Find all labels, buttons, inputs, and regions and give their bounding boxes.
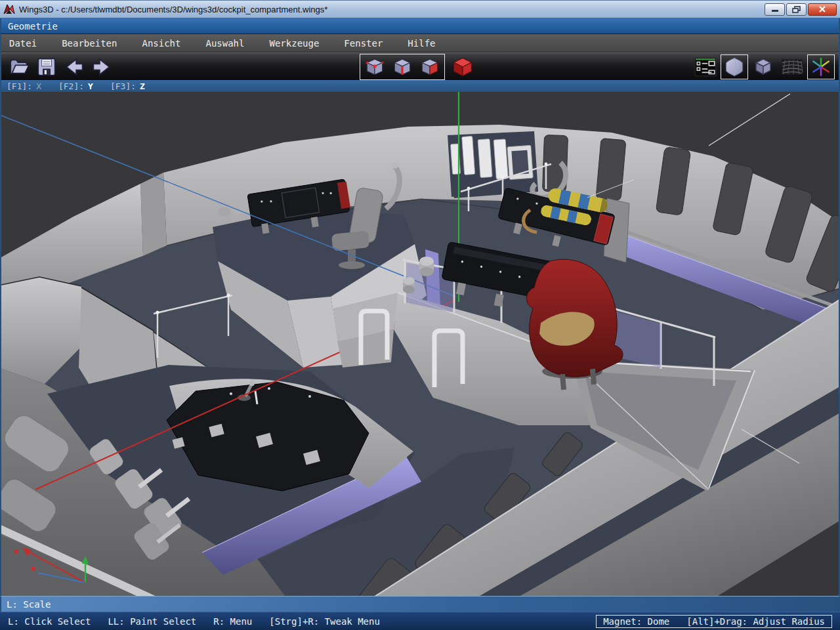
menu-fenster[interactable]: Fenster: [344, 38, 383, 49]
magnet-mode: Magnet: Dome: [603, 616, 669, 627]
hotkey-bar: [F1]:X [F2]:Y [F3]:Z: [0, 80, 840, 92]
save-icon: [35, 56, 58, 78]
redo-button[interactable]: [88, 54, 116, 79]
status-mode-text: L: Scale: [7, 599, 51, 610]
status-bar: L: Scale: [0, 596, 840, 612]
back-arrow-icon: [62, 56, 86, 78]
menu-bearbeiten[interactable]: Bearbeiten: [62, 38, 117, 49]
os-titlebar[interactable]: Wings3D - c:/Users/tlwmdbt/Documents/3D/…: [0, 0, 840, 18]
view-options-button[interactable]: [692, 54, 719, 79]
flat-shaded-icon: [753, 56, 774, 77]
edge-select-button[interactable]: [388, 54, 416, 79]
close-button[interactable]: [808, 3, 837, 16]
ground-plane-icon: [781, 56, 803, 78]
toolbar: [0, 52, 840, 80]
wings3d-window: Wings3D - c:/Users/tlwmdbt/Documents/3D/…: [0, 0, 840, 630]
window-title: Wings3D - c:/Users/tlwmdbt/Documents/3D/…: [19, 5, 765, 14]
hotkey-f3: [F3]:Z: [110, 81, 145, 91]
menu-werkzeuge[interactable]: Werkzeuge: [269, 38, 319, 49]
vertex-select-icon: [364, 56, 386, 78]
minimize-icon: [771, 6, 779, 12]
command-bar: L: Click Select LL: Paint Select R: Menu…: [0, 612, 840, 630]
magnet-info-box: Magnet: Dome [Alt]+Drag: Adjust Radius: [596, 615, 832, 628]
show-axes-button[interactable]: [807, 54, 835, 79]
restore-button[interactable]: [786, 3, 807, 16]
save-button[interactable]: [33, 54, 60, 79]
ground-plane-button[interactable]: [778, 54, 806, 79]
restore-icon: [792, 6, 801, 13]
edge-select-icon: [391, 56, 413, 78]
hint-click-select: L: Click Select: [8, 616, 91, 627]
menu-auswahl[interactable]: Auswahl: [205, 38, 244, 49]
smooth-shaded-button[interactable]: [721, 54, 748, 79]
selection-mode-group: [360, 54, 445, 80]
flat-shaded-button[interactable]: [749, 54, 777, 79]
close-icon: [818, 6, 826, 12]
menubar: Datei Bearbeiten Ansicht Auswahl Werkzeu…: [0, 34, 840, 52]
forward-arrow-icon: [90, 56, 114, 78]
hint-paint-select: LL: Paint Select: [108, 616, 196, 627]
face-select-icon: [419, 56, 441, 78]
smooth-shaded-icon: [723, 56, 746, 78]
hotkey-f1: [F1]:X: [7, 81, 41, 91]
geometry-window-titlebar[interactable]: Geometrie: [0, 18, 840, 34]
face-select-button[interactable]: [416, 54, 444, 79]
open-folder-icon: [8, 56, 30, 78]
wings3d-logo-icon: [3, 3, 15, 15]
minimize-button[interactable]: [765, 3, 785, 16]
show-axes-icon: [810, 56, 832, 78]
geometry-viewport[interactable]: [0, 92, 840, 596]
menu-ansicht[interactable]: Ansicht: [142, 38, 180, 49]
open-button[interactable]: [5, 54, 33, 79]
geometry-window-title: Geometrie: [8, 21, 58, 32]
viewport-3d-scene[interactable]: [1, 92, 839, 596]
menu-datei[interactable]: Datei: [9, 38, 37, 49]
magnet-hint: [Alt]+Drag: Adjust Radius: [686, 616, 825, 627]
hint-menu: R: Menu: [213, 616, 252, 627]
body-select-icon: [451, 55, 474, 79]
menu-hilfe[interactable]: Hilfe: [408, 38, 435, 49]
hotkey-f2: [F2]:Y: [58, 81, 93, 91]
hint-tweak-menu: [Strg]+R: Tweak Menu: [269, 616, 380, 627]
body-select-button[interactable]: [449, 54, 476, 79]
vertex-select-button[interactable]: [361, 54, 388, 79]
view-options-icon: [694, 56, 717, 78]
undo-button[interactable]: [60, 54, 88, 79]
